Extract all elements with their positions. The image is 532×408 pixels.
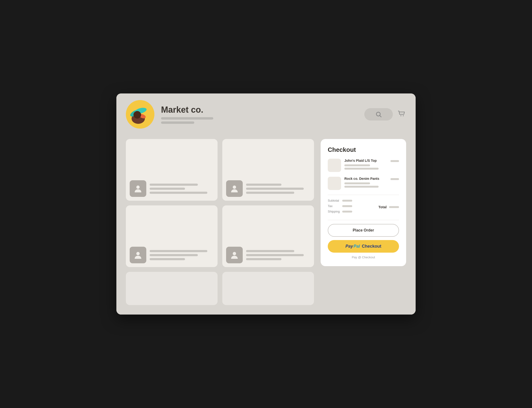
person-icon [230,184,239,193]
product-card-bottom [226,180,310,197]
svg-point-10 [136,186,140,189]
cart-item-detail-line [344,182,370,184]
paypal-checkout-button[interactable]: PayPal Checkout [328,240,399,253]
product-line [150,192,207,194]
product-line [246,192,294,194]
shipping-row: Shipping [328,210,352,213]
product-card[interactable] [126,139,218,201]
cart-divider [328,195,399,195]
checkout-panel: Checkout John's Plaid L/S Top Rock co. D… [321,139,406,266]
total-label: Total [378,205,387,209]
product-thumbnail [130,247,146,263]
person-icon [134,184,142,193]
product-card[interactable] [126,205,218,267]
store-logo [126,100,154,128]
svg-point-9 [403,115,404,116]
product-line [150,184,198,186]
cart-item-detail-line [344,168,379,170]
svg-point-8 [400,115,401,116]
cart-divider [328,220,399,220]
tax-label: Tax [328,204,333,208]
product-line [246,250,294,252]
product-card[interactable] [222,205,314,267]
subtitle-line2 [161,121,194,124]
cart-item: John's Plaid L/S Top [328,159,399,172]
product-thumbnail [130,180,146,197]
product-card[interactable] [222,139,314,201]
search-icon [375,111,382,118]
product-lines [150,250,214,260]
total-value [389,206,399,208]
person-icon [134,251,142,259]
totals-section: Subtotal Tax Shipping Total [328,199,399,215]
product-line [150,188,185,190]
product-line [246,258,281,260]
subtotal-row: Subtotal [328,199,352,202]
cart-item: Rock co. Denim Pants [328,177,399,190]
product-line [246,254,304,256]
subtitle-line1 [161,117,213,119]
header: Market co. [116,94,416,134]
product-line [150,258,185,260]
product-card[interactable] [222,272,314,305]
cart-item-detail-line [344,186,379,188]
paypal-checkout-text: Checkout [362,244,381,249]
svg-point-11 [233,186,236,189]
product-card[interactable] [126,272,218,305]
product-lines [150,184,214,194]
product-line [150,250,207,252]
paypal-pay-text: Pay [345,244,353,249]
cart-item-info: Rock co. Denim Pants [344,177,387,189]
place-order-button[interactable]: Place Order [328,224,399,237]
paypal-pal-text: Pal [353,244,360,249]
pay-at-checkout-text: Pay @ Checkout [328,255,399,259]
cart-item-price [390,160,399,162]
shipping-value [342,211,352,212]
product-line [246,188,304,190]
shipping-label: Shipping [328,210,340,213]
product-lines [246,250,310,260]
product-lines [246,184,310,194]
product-card-bottom [130,180,214,197]
main-content: Checkout John's Plaid L/S Top Rock co. D… [116,134,416,314]
person-icon [230,251,239,259]
product-card-bottom [130,247,214,263]
header-text: Market co. [161,105,358,124]
svg-point-5 [133,111,141,119]
search-box[interactable] [364,108,393,120]
cart-item-thumbnail [328,177,341,190]
subtotal-value [342,200,352,202]
cart-item-price [390,178,399,180]
cart-item-thumbnail [328,159,341,172]
checkout-title: Checkout [328,146,399,153]
header-actions [364,108,406,120]
product-line [246,184,281,186]
tax-value [342,205,352,207]
tax-row: Tax [328,204,352,208]
cart-item-name: John's Plaid L/S Top [344,159,387,162]
store-name: Market co. [161,105,358,115]
cart-icon[interactable] [398,110,406,119]
subtotal-label: Subtotal [328,199,339,202]
cart-item-detail-line [344,164,370,166]
product-thumbnail [226,180,243,197]
cart-item-info: John's Plaid L/S Top [344,159,387,171]
svg-point-13 [233,252,236,255]
cart-item-name: Rock co. Denim Pants [344,177,387,180]
svg-point-6 [376,112,380,116]
product-grid [126,139,314,305]
svg-line-7 [380,116,381,117]
product-line [150,254,198,256]
svg-point-12 [136,252,140,255]
product-thumbnail [226,247,243,263]
browser-window: Market co. [116,94,416,314]
product-card-bottom [226,247,310,263]
